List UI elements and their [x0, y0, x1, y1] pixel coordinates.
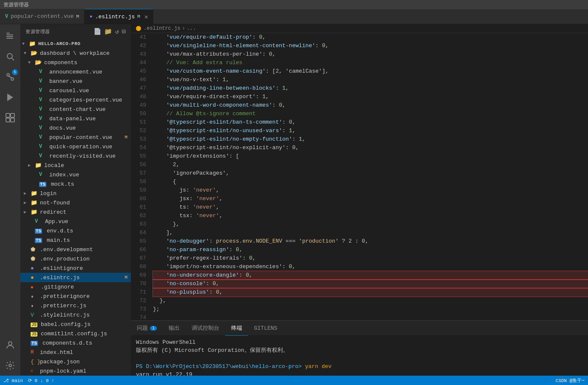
ts-icon: TS: [35, 228, 42, 234]
eslint-file-icon: ●: [31, 265, 38, 272]
code-line-53: '@typescript-eslint/no-empty-function': …: [153, 135, 588, 144]
tree-item-redirect[interactable]: ▶ 📁 redirect: [20, 207, 131, 217]
tree-item-dashboard[interactable]: ▼ 📂 dashboard \ workplace: [20, 48, 131, 58]
tree-item-label: popular-content.vue: [49, 134, 124, 141]
code-line-45: 'vue/custom-event-name-casing': [2, 'cam…: [153, 67, 588, 76]
tree-item-index-vue[interactable]: ▶ V index.vue: [20, 170, 131, 179]
tree-item-commitlint[interactable]: ▶ JS commitlint.config.js: [20, 329, 131, 338]
tree-item-env-prod[interactable]: ▶ ⬟ .env.production: [20, 254, 131, 263]
tree-item-mock-ts[interactable]: ▶ TS mock.ts: [20, 179, 131, 189]
panel-tab-output[interactable]: 输出: [163, 321, 186, 336]
tree-item-env-d[interactable]: ▶ TS env.d.ts: [20, 226, 131, 235]
code-editor[interactable]: 4142434445464748495051525354555657585960…: [131, 33, 588, 320]
folder-icon: 📁: [35, 162, 42, 169]
panel-tab-label: 输出: [169, 324, 180, 332]
tree-item-index-html[interactable]: ▶ H index.html: [20, 348, 131, 357]
tree-item-babel-config[interactable]: ▶ JS babel.config.js: [20, 320, 131, 329]
tree-item-label: .stylelintrc.js: [40, 312, 131, 318]
tree-item-package-json[interactable]: ▶ { } package.json: [20, 357, 131, 366]
svg-rect-1: [6, 34, 13, 35]
tree-item-not-found[interactable]: ▶ 📁 not-found: [20, 198, 131, 207]
tree-arrow: ▶: [24, 200, 31, 205]
code-line-50: // Allow @ts-ignore comment: [153, 110, 588, 118]
tab-close-button[interactable]: ✕: [144, 13, 148, 20]
activity-search[interactable]: [0, 46, 20, 67]
sidebar-tree: ▼ 📁 HELLO-ARCO-PRO ▼ 📂 dashboard \ workp…: [20, 39, 131, 376]
activity-explorer[interactable]: [0, 26, 20, 46]
refresh-btn[interactable]: ↺: [115, 28, 119, 36]
tree-item-categories[interactable]: ▶ V categories-percent.vue: [20, 95, 131, 105]
tab-eslintrc[interactable]: ● .eslintrc.js M ✕: [85, 9, 153, 24]
panel-tab-gitlens[interactable]: GITLENS: [248, 321, 283, 336]
tree-item-login[interactable]: ▶ 📁 login: [20, 189, 131, 198]
code-line-59: js: 'never',: [153, 186, 588, 195]
tree-item-components[interactable]: ▼ 📂 components: [20, 58, 131, 67]
git-branch[interactable]: ⎇ main: [3, 378, 23, 383]
vue-icon: V: [39, 172, 47, 178]
vue-icon: V: [39, 116, 47, 122]
tree-item-quick-operation[interactable]: ▶ V quick-operation.vue: [20, 142, 131, 151]
activity-run[interactable]: [0, 87, 20, 108]
tree-item-components-d[interactable]: ▶ TS components.d.ts: [20, 338, 131, 348]
tree-item-content-chart[interactable]: ▶ V content-chart.vue: [20, 105, 131, 114]
tab-modified-badge: M: [137, 14, 140, 19]
tree-item-eslintignore[interactable]: ▶ ● .eslintignore: [20, 263, 131, 273]
activity-accounts[interactable]: [0, 335, 20, 355]
svg-line-8: [8, 76, 12, 78]
tree-item-announcement[interactable]: ▶ V announcement.vue: [20, 67, 131, 76]
terminal-line: PS D:\Work\PrOjects\20230517\webui\hello…: [136, 362, 583, 371]
tree-item-prettierignore[interactable]: ▶ ⬧ .prettierignore: [20, 292, 131, 301]
tree-item-main-ts[interactable]: ▶ TS main.ts: [20, 235, 131, 245]
tree-item-env-dev[interactable]: ▶ ⬟ .env.development: [20, 245, 131, 254]
tree-root-label: HELLO-ARCO-PRO: [38, 41, 131, 46]
folder-icon: 📂: [31, 50, 38, 57]
terminal-content[interactable]: Windows PowerShell 版权所有 (C) Microsoft Co…: [131, 336, 588, 376]
tree-item-recently-visited[interactable]: ▶ V recently-visited.vue: [20, 151, 131, 161]
activity-extensions[interactable]: [0, 108, 20, 128]
prettier-icon: ⬧: [31, 293, 38, 300]
new-folder-btn[interactable]: 📁: [104, 28, 113, 36]
activity-settings[interactable]: [0, 355, 20, 376]
breadcrumb-sep: ›: [182, 25, 185, 31]
panel-tab-debug-console[interactable]: 调试控制台: [186, 321, 225, 336]
new-file-btn[interactable]: 📄: [93, 28, 102, 36]
tree-item-data-panel[interactable]: ▶ V data-panel.vue: [20, 114, 131, 123]
sidebar-actions: 📄 📁 ↺ ⊟: [93, 28, 126, 36]
ts-icon: TS: [35, 237, 42, 243]
breadcrumb: .eslintrc.js › ...: [131, 24, 588, 33]
panel-tab-terminal[interactable]: 终端: [225, 321, 248, 336]
yaml-icon: ≡: [31, 369, 38, 374]
tree-item-popular-content[interactable]: ▶ V popular-content.vue M: [20, 133, 131, 142]
svg-point-15: [9, 364, 11, 367]
tab-popular-content[interactable]: V popular-content.vue M: [0, 9, 85, 24]
vue-icon: V: [39, 97, 47, 103]
tree-item-app-vue[interactable]: ▶ V App.vue: [20, 217, 131, 226]
tree-item-carousel[interactable]: ▶ V carousel.vue: [20, 86, 131, 95]
tree-root[interactable]: ▼ 📁 HELLO-ARCO-PRO: [20, 39, 131, 48]
tab-bar: V popular-content.vue M ● .eslintrc.js M…: [0, 9, 588, 24]
tree-item-prettierrc[interactable]: ▶ ⬧ .prettierrc.js: [20, 301, 131, 310]
activity-source-control[interactable]: 5: [0, 67, 20, 87]
tree-item-eslintrc[interactable]: ▶ ● .eslintrc.js M: [20, 273, 131, 282]
tree-item-pnpm-lock[interactable]: ▶ ≡ pnpm-lock.yaml: [20, 366, 131, 376]
code-line-67: 'prefer-regex-literals': 0,: [153, 254, 588, 263]
code-line-41: 'vue/require-default-prop': 0,: [153, 33, 588, 42]
ts-icon: TS: [31, 340, 38, 346]
code-line-68: 'import/no-extraneous-dependencies': 0,: [153, 263, 588, 271]
json-icon: { }: [31, 359, 38, 365]
tree-item-gitignore[interactable]: ▶ ◆ .gitignore: [20, 282, 131, 292]
panel-tab-problems[interactable]: 问题 1: [131, 321, 163, 336]
tree-item-docs[interactable]: ▶ V docs.vue: [20, 123, 131, 133]
tree-item-stylelintrc[interactable]: ▶ V .stylelintrc.js: [20, 310, 131, 320]
vue-icon: V: [39, 125, 47, 131]
tree-item-label: .prettierignore: [40, 293, 131, 300]
tree-item-label: recently-visited.vue: [49, 153, 131, 159]
code-line-70: 'no-console': 0,: [153, 280, 588, 288]
status-bar: ⎇ main ⟳ 0 ↓ 0 ↑ CSDN @鱼干~: [0, 376, 588, 385]
svg-marker-9: [7, 93, 13, 101]
tree-item-banner[interactable]: ▶ V banner.vue: [20, 76, 131, 86]
env-icon: ⬟: [31, 246, 38, 253]
collapse-btn[interactable]: ⊟: [122, 28, 126, 36]
folder-icon: 📁: [29, 40, 37, 47]
tree-item-locale[interactable]: ▶ 📁 locale: [20, 161, 131, 170]
